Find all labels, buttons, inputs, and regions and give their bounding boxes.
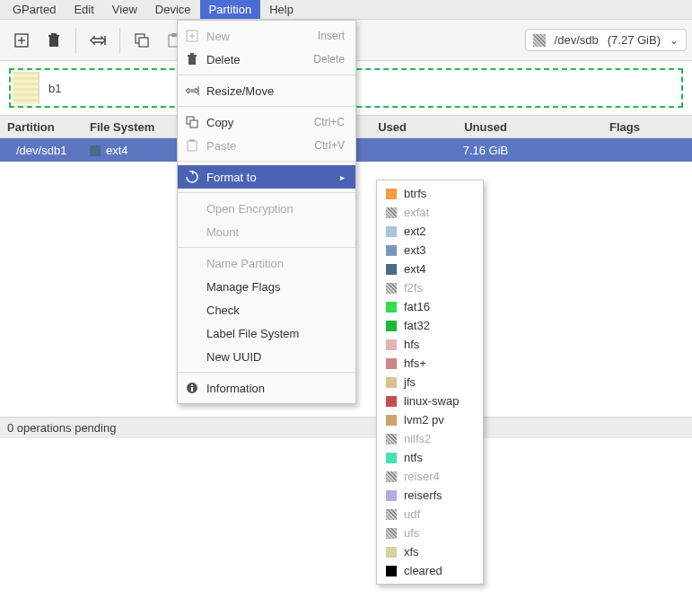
new-partition-button[interactable] [5,24,38,57]
fs-option-label: nilfs2 [404,432,431,438]
fs-swatch-icon [386,207,397,218]
menu-item-label: Format to [206,171,333,184]
fs-swatch-icon [386,189,397,199]
fs-option-btrfs[interactable]: btrfs [377,184,483,203]
menu-partition[interactable]: Partition [200,0,261,19]
blank-icon [185,326,199,340]
fs-swatch-icon [386,283,397,294]
resize-icon [185,84,199,98]
menu-help[interactable]: Help [260,0,302,19]
menu-item-accel: Delete [313,53,345,66]
fs-option-ext2[interactable]: ext2 [377,222,483,241]
menu-item-accel: Insert [318,30,345,42]
fs-option-hfs-[interactable]: hfs+ [377,354,483,373]
menu-item-label: Name Partition [206,257,345,270]
menu-item-information[interactable]: Information [178,376,355,400]
cell-filesystem: ext4 [83,144,172,157]
fs-option-label: ext2 [404,224,426,238]
resize-move-button[interactable] [82,24,114,57]
svg-rect-5 [51,33,57,35]
cell-partition: /dev/sdb1 [0,144,83,157]
menu-device[interactable]: Device [146,0,200,19]
copy-icon [185,115,199,129]
menu-item-name-partition: Name Partition [178,251,355,275]
fs-swatch-icon [386,302,397,312]
menu-item-check[interactable]: Check [178,298,355,321]
menu-item-manage-flags[interactable]: Manage Flags [178,275,355,298]
menu-item-accel: Ctrl+V [314,139,345,152]
fs-option-ext4[interactable]: ext4 [377,260,483,278]
viz-unallocated [13,72,39,104]
svg-rect-21 [189,139,195,142]
fs-option-label: ext3 [404,243,426,257]
copy-button[interactable] [126,24,158,57]
svg-rect-24 [191,387,193,392]
fs-option-label: fat16 [404,300,430,313]
device-selector[interactable]: /dev/sdb (7.27 GiB) ⌄ [525,29,687,51]
plus-icon [185,29,199,43]
fs-option-hfs[interactable]: hfs [377,335,483,354]
menu-item-new: NewInsert [178,24,355,48]
blank-icon [185,349,199,364]
menu-separator [178,247,355,248]
fs-option-fat32[interactable]: fat32 [377,316,483,335]
delete-partition-button[interactable] [38,24,70,57]
menu-item-format-to[interactable]: Format to▸ [178,165,355,189]
menu-item-label-file-system[interactable]: Label File System [178,321,355,345]
menu-gparted[interactable]: GParted [4,0,65,19]
blank-icon [185,303,199,317]
fs-option-label: btrfs [404,187,426,200]
menu-item-open-encryption: Open Encryption [178,197,355,220]
fs-swatch-icon [386,339,397,350]
menu-item-copy[interactable]: CopyCtrl+C [178,110,355,134]
fs-swatch-icon [386,245,397,256]
toolbar-separator [75,28,76,53]
svg-point-23 [191,384,193,386]
menu-item-delete[interactable]: DeleteDelete [178,48,355,71]
menu-separator [178,192,355,193]
menu-edit[interactable]: Edit [65,0,102,19]
fs-option-linux-swap[interactable]: linux-swap [377,392,483,410]
menu-item-label: Check [206,304,345,317]
fs-option-label: lvm2 pv [404,413,444,427]
paste-icon [185,138,199,153]
menu-item-resize-move[interactable]: Resize/Move [178,79,355,102]
submenu-arrow-icon: ▸ [340,172,345,182]
device-name: /dev/sdb [555,33,599,47]
device-size: (7.27 GiB) [608,33,661,47]
svg-rect-8 [139,38,148,47]
fs-option-ext3[interactable]: ext3 [377,241,483,260]
fs-option-lvm2-pv[interactable]: lvm2 pv [377,410,483,429]
svg-rect-19 [190,120,197,128]
menu-item-label: Information [206,382,345,395]
fs-option-fat16[interactable]: fat16 [377,297,483,316]
blank-icon [185,224,199,239]
col-unused[interactable]: Unused [414,120,557,134]
menu-item-label: Open Encryption [206,202,345,216]
fs-option-label: ext4 [404,262,426,276]
menu-item-label: Delete [206,53,306,66]
blank-icon [185,256,199,270]
fs-swatch-icon [386,396,397,407]
menu-separator [178,75,355,75]
col-partition[interactable]: Partition [0,120,83,134]
col-flags[interactable]: Flags [557,120,692,134]
fs-swatch-icon [386,358,397,369]
fs-option-label: jfs [404,375,416,389]
status-bar: 0 operations pending [0,417,692,438]
fs-option-jfs[interactable]: jfs [377,373,483,392]
col-filesystem[interactable]: File System [83,120,172,134]
menu-separator [178,372,355,373]
menu-item-label: Paste [206,139,307,153]
convert-icon [185,170,199,184]
chevron-down-icon: ⌄ [670,34,679,47]
info-icon [185,381,199,395]
fs-swatch-icon [386,321,397,331]
menu-item-label: Label File System [206,327,345,340]
menu-view[interactable]: View [103,0,146,19]
fs-option-label: fat32 [404,319,430,332]
fs-option-label: f2fs [404,281,423,295]
menu-item-label: Resize/Move [206,84,345,98]
menu-item-new-uuid[interactable]: New UUID [178,345,355,368]
fs-option-label: hfs+ [404,356,426,370]
